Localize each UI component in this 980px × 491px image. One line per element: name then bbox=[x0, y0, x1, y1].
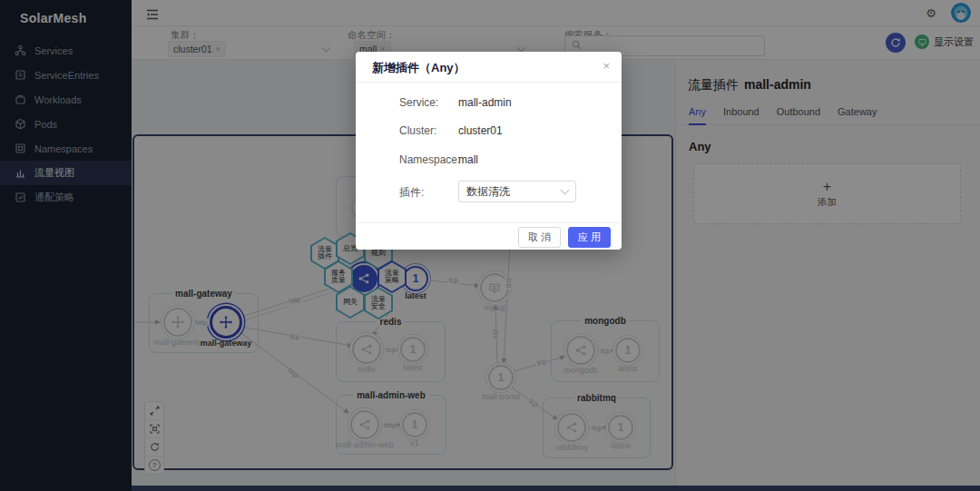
close-icon[interactable]: × bbox=[603, 59, 610, 73]
field-label: Namespace: bbox=[399, 153, 460, 166]
field-label: 插件: bbox=[399, 185, 424, 201]
apply-button[interactable]: 应 用 bbox=[568, 227, 611, 248]
modal-field-namespace: Namespace: mall bbox=[356, 153, 622, 168]
modal-field-service: Service: mall-admin bbox=[356, 96, 622, 111]
modal-title: 新增插件（Any） bbox=[372, 60, 466, 76]
field-label: Cluster: bbox=[399, 124, 436, 137]
add-plugin-modal: 新增插件（Any） × Service: mall-admin Cluster:… bbox=[356, 52, 622, 250]
plugin-select-value: 数据清洗 bbox=[466, 184, 510, 200]
field-label: Service: bbox=[399, 96, 438, 109]
modal-header: 新增插件（Any） × bbox=[356, 52, 622, 83]
plugin-select[interactable]: 数据清洗 bbox=[458, 181, 576, 202]
field-value: cluster01 bbox=[458, 124, 503, 137]
app-root: SolarMesh Services ServiceEntries Worklo… bbox=[0, 0, 980, 491]
field-value: mall bbox=[458, 153, 478, 166]
cancel-button[interactable]: 取 消 bbox=[518, 227, 561, 248]
modal-field-cluster: Cluster: cluster01 bbox=[356, 124, 622, 139]
field-value: mall-admin bbox=[458, 96, 512, 109]
chevron-down-icon bbox=[561, 186, 570, 195]
modal-footer: 取 消 应 用 bbox=[356, 222, 622, 250]
